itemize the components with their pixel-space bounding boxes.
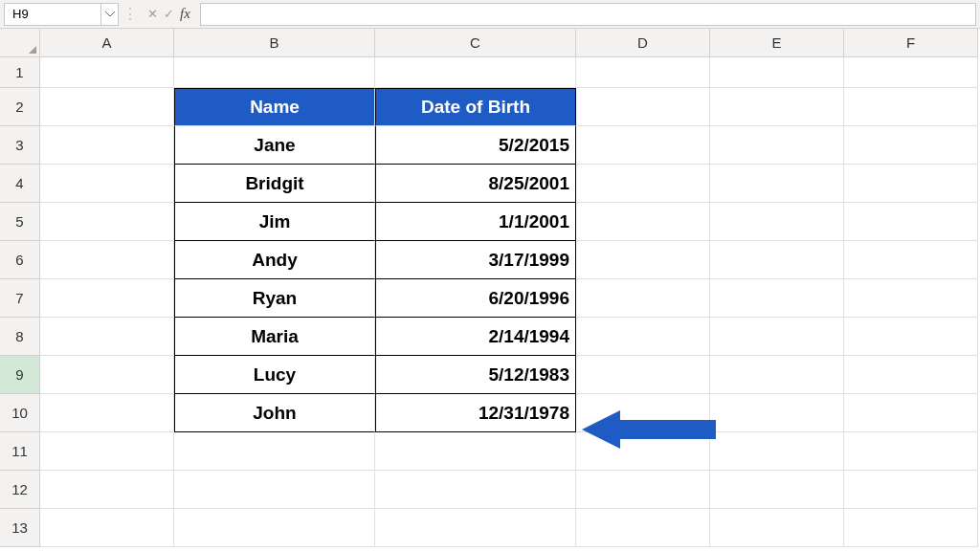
cell-A2[interactable] xyxy=(40,88,174,126)
cell-C12[interactable] xyxy=(375,471,576,509)
cell-B8[interactable]: Maria xyxy=(174,318,375,356)
row-header-12[interactable]: 12 xyxy=(0,471,40,509)
cell-A11[interactable] xyxy=(40,432,174,471)
cell-C10[interactable]: 12/31/1978 xyxy=(375,394,576,432)
cell-E2[interactable] xyxy=(710,88,844,126)
cell-C1[interactable] xyxy=(375,57,576,88)
col-header-A[interactable]: A xyxy=(40,29,174,57)
cell-E13[interactable] xyxy=(710,509,844,547)
cell-D7[interactable] xyxy=(576,279,710,318)
row-header-6[interactable]: 6 xyxy=(0,241,40,279)
chevron-down-icon[interactable] xyxy=(100,4,118,25)
cell-A5[interactable] xyxy=(40,203,174,241)
cell-E9[interactable] xyxy=(710,356,844,394)
cell-E6[interactable] xyxy=(710,241,844,279)
row-header-4[interactable]: 4 xyxy=(0,165,40,203)
col-header-C[interactable]: C xyxy=(375,29,576,57)
cell-F4[interactable] xyxy=(844,165,978,203)
cell-F12[interactable] xyxy=(844,471,978,509)
cell-A3[interactable] xyxy=(40,126,174,165)
fx-icon[interactable]: fx xyxy=(180,6,190,22)
row-header-5[interactable]: 5 xyxy=(0,203,40,241)
cell-D13[interactable] xyxy=(576,509,710,547)
confirm-icon[interactable]: ✓ xyxy=(164,7,174,21)
cell-B1[interactable] xyxy=(174,57,375,88)
cell-F8[interactable] xyxy=(844,318,978,356)
cell-C13[interactable] xyxy=(375,509,576,547)
cell-F13[interactable] xyxy=(844,509,978,547)
cell-E4[interactable] xyxy=(710,165,844,203)
cell-D2[interactable] xyxy=(576,88,710,126)
row-header-1[interactable]: 1 xyxy=(0,57,40,88)
row-header-8[interactable]: 8 xyxy=(0,318,40,356)
row-header-11[interactable]: 11 xyxy=(0,432,40,471)
cell-E3[interactable] xyxy=(710,126,844,165)
col-header-B[interactable]: B xyxy=(174,29,375,57)
cell-B3[interactable]: Jane xyxy=(174,126,375,165)
cell-F11[interactable] xyxy=(844,432,978,471)
row-header-7[interactable]: 7 xyxy=(0,279,40,318)
cell-B9[interactable]: Lucy xyxy=(174,356,375,394)
row-header-2[interactable]: 2 xyxy=(0,88,40,126)
cell-F7[interactable] xyxy=(844,279,978,318)
cell-F10[interactable] xyxy=(844,394,978,432)
cell-E12[interactable] xyxy=(710,471,844,509)
table-header-dob[interactable]: Date of Birth xyxy=(375,88,576,126)
cell-C4[interactable]: 8/25/2001 xyxy=(375,165,576,203)
cell-F1[interactable] xyxy=(844,57,978,88)
cancel-icon[interactable]: ✕ xyxy=(147,7,158,21)
cell-F3[interactable] xyxy=(844,126,978,165)
cell-A7[interactable] xyxy=(40,279,174,318)
cell-D5[interactable] xyxy=(576,203,710,241)
cell-B7[interactable]: Ryan xyxy=(174,279,375,318)
select-all-corner[interactable] xyxy=(0,29,40,57)
cell-D4[interactable] xyxy=(576,165,710,203)
cell-D1[interactable] xyxy=(576,57,710,88)
cell-F5[interactable] xyxy=(844,203,978,241)
cell-E5[interactable] xyxy=(710,203,844,241)
cell-C6[interactable]: 3/17/1999 xyxy=(375,241,576,279)
cell-A12[interactable] xyxy=(40,471,174,509)
row-header-3[interactable]: 3 xyxy=(0,126,40,165)
row-header-13[interactable]: 13 xyxy=(0,509,40,547)
cell-A8[interactable] xyxy=(40,318,174,356)
cell-D9[interactable] xyxy=(576,356,710,394)
cell-A4[interactable] xyxy=(40,165,174,203)
cell-C11[interactable] xyxy=(375,432,576,471)
cell-B12[interactable] xyxy=(174,471,375,509)
cell-E8[interactable] xyxy=(710,318,844,356)
cell-B10[interactable]: John xyxy=(174,394,375,432)
cell-A1[interactable] xyxy=(40,57,174,88)
cell-E11[interactable] xyxy=(710,432,844,471)
cell-E1[interactable] xyxy=(710,57,844,88)
cell-A13[interactable] xyxy=(40,509,174,547)
row-header-9[interactable]: 9 xyxy=(0,356,40,394)
table-header-name[interactable]: Name xyxy=(174,88,375,126)
cell-A10[interactable] xyxy=(40,394,174,432)
cell-F9[interactable] xyxy=(844,356,978,394)
cell-B6[interactable]: Andy xyxy=(174,241,375,279)
col-header-E[interactable]: E xyxy=(710,29,844,57)
col-header-D[interactable]: D xyxy=(576,29,710,57)
cell-F2[interactable] xyxy=(844,88,978,126)
cell-A9[interactable] xyxy=(40,356,174,394)
cell-D3[interactable] xyxy=(576,126,710,165)
name-box[interactable]: H9 xyxy=(4,3,119,26)
cell-C3[interactable]: 5/2/2015 xyxy=(375,126,576,165)
cell-D12[interactable] xyxy=(576,471,710,509)
cell-A6[interactable] xyxy=(40,241,174,279)
cell-C8[interactable]: 2/14/1994 xyxy=(375,318,576,356)
cell-F6[interactable] xyxy=(844,241,978,279)
cell-C9[interactable]: 5/12/1983 xyxy=(375,356,576,394)
cell-E7[interactable] xyxy=(710,279,844,318)
formula-input[interactable] xyxy=(200,3,976,26)
cell-D6[interactable] xyxy=(576,241,710,279)
cell-D8[interactable] xyxy=(576,318,710,356)
cell-B4[interactable]: Bridgit xyxy=(174,165,375,203)
cell-C7[interactable]: 6/20/1996 xyxy=(375,279,576,318)
cell-C5[interactable]: 1/1/2001 xyxy=(375,203,576,241)
cell-B11[interactable] xyxy=(174,432,375,471)
cell-B13[interactable] xyxy=(174,509,375,547)
cell-E10[interactable] xyxy=(710,394,844,432)
cell-B5[interactable]: Jim xyxy=(174,203,375,241)
